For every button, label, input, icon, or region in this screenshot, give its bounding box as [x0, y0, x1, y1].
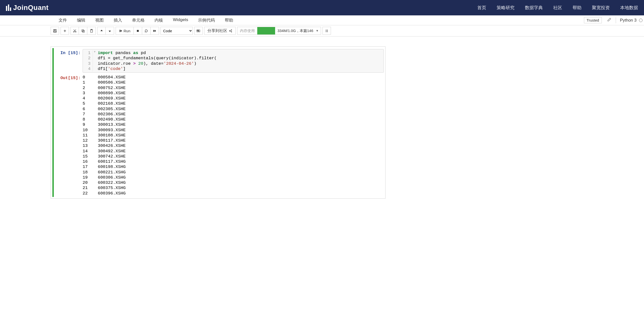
svg-rect-15 [199, 30, 199, 30]
memory-label: 内存使用 [238, 28, 257, 33]
memory-usage[interactable]: 内存使用 334M/1.0G，本篇146 ▼ [237, 27, 321, 35]
svg-rect-5 [82, 30, 84, 32]
paste-button[interactable] [87, 27, 96, 35]
memory-text: 334M/1.0G，本篇146 [275, 28, 316, 33]
edit-icon[interactable] [607, 18, 611, 23]
chevron-down-icon: ▼ [316, 29, 321, 32]
topnav-item[interactable]: 数据字典 [525, 5, 543, 11]
kernel-status-icon [639, 18, 642, 22]
kernel-name[interactable]: Python 3 [618, 18, 639, 23]
svg-point-18 [231, 29, 232, 30]
menu-item[interactable]: Widgets [168, 17, 193, 23]
interrupt-button[interactable] [134, 27, 142, 35]
move-down-button[interactable] [106, 27, 114, 35]
code-cell[interactable]: In [15]: 1▼import pandas as pd2df1 = get… [52, 48, 384, 197]
toc-button[interactable] [322, 27, 331, 35]
notebook-container: In [15]: 1▼import pandas as pd2df1 = get… [0, 36, 644, 199]
share-button[interactable]: 分享到社区 [204, 27, 236, 35]
topnav-item[interactable]: 策略研究 [497, 5, 514, 11]
svg-rect-13 [198, 30, 198, 30]
topnav-item[interactable]: 聚宽投资 [592, 5, 610, 11]
command-palette-button[interactable] [194, 27, 203, 35]
move-up-button[interactable] [97, 27, 106, 35]
restart-run-all-button[interactable] [150, 27, 159, 35]
copy-button[interactable] [79, 27, 87, 35]
svg-rect-6 [82, 30, 84, 32]
topnav-item[interactable]: 本地数据 [620, 5, 638, 11]
menu-item[interactable]: 帮助 [220, 17, 238, 23]
cell-type-select[interactable]: Code [160, 27, 193, 35]
save-button[interactable] [50, 27, 59, 35]
topnav-item[interactable]: 首页 [477, 5, 486, 11]
brand-name: JoinQuant [13, 4, 48, 12]
topnav-item[interactable]: 社区 [553, 5, 562, 11]
toolbar: Run Code 分享到社区 内存使用 334M/1.0G，本篇146 ▼ [0, 25, 644, 36]
topnav-item[interactable]: 帮助 [572, 5, 582, 11]
input-prompt: In [15]: [55, 49, 82, 55]
svg-rect-9 [120, 30, 120, 32]
topnav-items: 首页策略研究数据字典社区帮助聚宽投资本地数据 [477, 5, 638, 11]
menu-item[interactable]: 视图 [90, 17, 109, 23]
svg-rect-16 [198, 31, 200, 32]
svg-rect-2 [54, 31, 56, 32]
brand-logo[interactable]: JoinQuant [6, 4, 48, 12]
cut-button[interactable] [70, 27, 79, 35]
logo-bars-icon [6, 4, 11, 11]
cell-output: 0 000504.XSHE 1 000506.XSHE 2 000752.XSH… [82, 74, 384, 196]
add-cell-button[interactable] [60, 27, 69, 35]
menu-item[interactable]: 内核 [150, 17, 168, 23]
svg-point-19 [231, 31, 232, 32]
restart-button[interactable] [142, 27, 150, 35]
svg-rect-14 [198, 30, 199, 30]
code-editor[interactable]: 1▼import pandas as pd2df1 = get_fundamen… [82, 49, 384, 73]
output-prompt: Out[15]: [55, 74, 82, 80]
memory-bar [257, 27, 275, 34]
menu-item[interactable]: 文件 [54, 17, 72, 23]
svg-rect-10 [137, 30, 139, 32]
menu-item[interactable]: 单元格 [127, 17, 150, 23]
trusted-indicator[interactable]: Trusted [584, 17, 602, 23]
menu-item[interactable]: 编辑 [72, 17, 90, 23]
top-nav: JoinQuant 首页策略研究数据字典社区帮助聚宽投资本地数据 [0, 0, 644, 16]
divider [616, 17, 616, 23]
svg-rect-12 [197, 30, 198, 30]
run-button[interactable]: Run [116, 27, 134, 35]
menu-item[interactable]: 示例代码 [193, 17, 220, 23]
menu-item[interactable]: 插入 [109, 17, 127, 23]
svg-rect-1 [54, 29, 55, 30]
menubar: 文件编辑视图插入单元格内核Widgets示例代码帮助 Trusted Pytho… [0, 16, 644, 25]
notebook: In [15]: 1▼import pandas as pd2df1 = get… [50, 46, 386, 199]
